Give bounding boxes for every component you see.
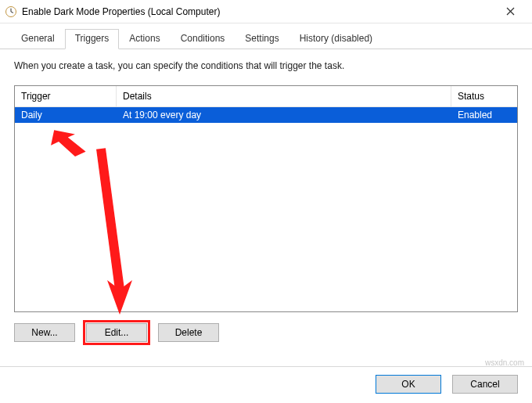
new-button[interactable]: New... — [14, 323, 75, 342]
triggers-list-header: Trigger Details Status — [15, 86, 517, 107]
triggers-button-row: New... Edit... Delete — [14, 312, 518, 342]
task-scheduler-icon — [5, 5, 17, 18]
tab-history[interactable]: History (disabled) — [289, 29, 383, 49]
cancel-button[interactable]: Cancel — [452, 375, 518, 394]
window-title: Enable Dark Mode Properties (Local Compu… — [22, 6, 493, 17]
tabs-bar: General Triggers Actions Conditions Sett… — [0, 23, 532, 49]
col-header-details[interactable]: Details — [117, 86, 451, 106]
col-header-status[interactable]: Status — [451, 86, 517, 106]
delete-button[interactable]: Delete — [158, 323, 219, 342]
triggers-list-body: Daily At 19:00 every day Enabled — [15, 107, 517, 311]
tab-triggers[interactable]: Triggers — [65, 29, 120, 49]
trigger-cell: Daily — [15, 107, 117, 123]
tab-settings[interactable]: Settings — [235, 29, 289, 49]
ok-button[interactable]: OK — [376, 375, 441, 394]
trigger-row[interactable]: Daily At 19:00 every day Enabled — [15, 107, 517, 123]
edit-button[interactable]: Edit... — [86, 323, 147, 342]
titlebar: Enable Dark Mode Properties (Local Compu… — [0, 0, 532, 23]
intro-text: When you create a task, you can specify … — [14, 60, 518, 71]
close-button[interactable] — [493, 1, 527, 23]
details-cell: At 19:00 every day — [117, 107, 451, 123]
dialog-footer: OK Cancel — [0, 366, 532, 403]
tab-general[interactable]: General — [11, 29, 65, 49]
status-cell: Enabled — [451, 107, 517, 123]
triggers-list: Trigger Details Status Daily At 19:00 ev… — [14, 85, 518, 312]
triggers-panel: When you create a task, you can specify … — [0, 49, 532, 366]
col-header-trigger[interactable]: Trigger — [15, 86, 117, 106]
tab-actions[interactable]: Actions — [119, 29, 170, 49]
tab-conditions[interactable]: Conditions — [171, 29, 235, 49]
watermark-text: wsxdn.com — [485, 358, 524, 367]
